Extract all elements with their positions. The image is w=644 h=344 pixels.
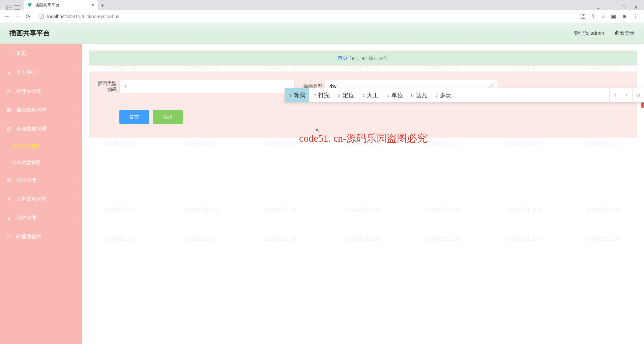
ime-candidate-bar: 1等我 2打完 3定位 4大王 5单位 6达瓦 7多玩 ‹ › ☺ bbox=[285, 88, 644, 103]
extensions-icon[interactable]: ▣ bbox=[611, 13, 616, 20]
sidebar-item-profile[interactable]: ▲个人中心˅ bbox=[0, 63, 82, 82]
browser-urlbar: ← → ⟳ i localhost:8081/#/dictionaryChahu… bbox=[0, 10, 644, 23]
slide-icon: ▭ bbox=[6, 234, 12, 240]
tab-dropdown-icon[interactable]: ⌄ bbox=[596, 5, 601, 10]
chevron-down-icon: ˅ bbox=[74, 216, 76, 220]
vue-favicon-icon bbox=[27, 2, 32, 8]
nav-back-icon[interactable]: ← bbox=[4, 13, 10, 20]
label: 用户管理 bbox=[16, 215, 36, 221]
breadcrumb-sep: (●'◡'●) bbox=[349, 56, 368, 61]
close-window-icon[interactable]: ✕ bbox=[634, 5, 638, 10]
submit-button[interactable]: 提交 bbox=[119, 110, 149, 124]
tab-close-icon[interactable]: × bbox=[91, 2, 94, 8]
label: 个人中心 bbox=[16, 69, 36, 76]
breadcrumb-current: 插画类型 bbox=[369, 55, 389, 61]
globe-icon[interactable] bbox=[6, 5, 11, 10]
share-icon[interactable]: ⇪ bbox=[591, 13, 595, 20]
label: 公告类型管理 bbox=[12, 160, 40, 166]
label: 公告信息管理 bbox=[16, 196, 47, 202]
profile-icon[interactable]: ☻ bbox=[621, 13, 627, 20]
sidebar-item-home[interactable]: ⌂首页 bbox=[0, 44, 82, 63]
sidebar-item-users[interactable]: ▲用户管理˅ bbox=[0, 208, 82, 227]
label: 首页 bbox=[16, 50, 26, 57]
logout-link[interactable]: 退出登录 bbox=[614, 30, 635, 36]
main-content: 首页 (●'◡'●) 插画类型 插画类型编码 插画类型 × bbox=[82, 44, 644, 344]
minimize-icon[interactable]: — bbox=[609, 5, 613, 10]
label: 管理员管理 bbox=[16, 88, 41, 94]
breadcrumb-home[interactable]: 首页 bbox=[338, 55, 348, 61]
user-icon: ▲ bbox=[6, 69, 12, 75]
ime-cand-6[interactable]: 6达瓦 bbox=[407, 88, 431, 102]
form-card: 插画类型编码 插画类型 × 1等我 2打完 3定位 4大 bbox=[89, 71, 637, 138]
site-info-icon[interactable]: i bbox=[39, 14, 44, 19]
chevron-down-icon: ˅ bbox=[74, 197, 76, 201]
user-icon: ▲ bbox=[6, 215, 12, 221]
label-code: 插画类型编码 bbox=[95, 80, 119, 92]
app-header: 插画共享平台 管理员 admin 退出登录 bbox=[0, 23, 644, 44]
ime-cand-5[interactable]: 5单位 bbox=[382, 88, 407, 102]
sidebar-item-illustration[interactable]: ▦插画信息管理˅ bbox=[0, 101, 82, 119]
sidebar-item-admin[interactable]: ▭管理员管理 bbox=[0, 82, 82, 101]
input-code[interactable] bbox=[119, 80, 295, 93]
chevron-up-icon: ˄ bbox=[74, 126, 76, 131]
sidebar-item-notice[interactable]: ≡公告信息管理˅ bbox=[0, 190, 82, 208]
label: 插画信息管理 bbox=[16, 107, 47, 113]
label: 基础数据管理 bbox=[16, 126, 47, 132]
url-field[interactable]: i localhost:8081/#/dictionaryChahua bbox=[35, 14, 576, 19]
admin-icon: ▭ bbox=[6, 88, 12, 94]
ime-emoji-icon[interactable]: ☺ bbox=[632, 88, 644, 103]
ime-prev-icon[interactable]: ‹ bbox=[609, 88, 621, 103]
browser-tabbar: 插画共享平台 × + ⌄ — ☐ ✕ bbox=[0, 0, 644, 10]
db-icon: ▤ bbox=[6, 126, 12, 132]
home-icon: ⌂ bbox=[6, 50, 12, 56]
chevron-down-icon: ˅ bbox=[74, 70, 76, 75]
ime-cand-7[interactable]: 7多玩 bbox=[431, 88, 456, 102]
ime-next-icon[interactable]: › bbox=[621, 88, 632, 103]
ime-cand-2[interactable]: 2打完 bbox=[309, 88, 333, 102]
user-label[interactable]: 管理员 admin bbox=[574, 30, 604, 36]
submenu-illustration-type[interactable]: 插画类型管理 bbox=[0, 138, 82, 154]
browser-tab[interactable]: 插画共享平台 × bbox=[24, 0, 98, 10]
key-icon[interactable]: ⚿ bbox=[580, 13, 586, 20]
cancel-button[interactable]: 取消 bbox=[153, 110, 183, 124]
app-title: 插画共享平台 bbox=[9, 29, 50, 38]
sidebar-item-carousel[interactable]: ▭轮播图信息˅ bbox=[0, 227, 82, 246]
bookmark-icon[interactable]: ☆ bbox=[601, 13, 606, 20]
sidebar-item-forum[interactable]: ▥论坛管理˅ bbox=[0, 171, 82, 190]
submenu-notice-type[interactable]: 公告类型管理 bbox=[0, 154, 82, 171]
label: 论坛管理 bbox=[16, 177, 36, 183]
url-text: localhost:8081/#/dictionaryChahua bbox=[47, 14, 120, 19]
ime-cand-3[interactable]: 3定位 bbox=[334, 88, 358, 102]
cursor-icon: ↖ bbox=[316, 127, 320, 134]
chevron-down-icon: ˅ bbox=[74, 234, 76, 239]
ime-cand-4[interactable]: 4大王 bbox=[358, 88, 382, 102]
chevron-down-icon: ˅ bbox=[74, 178, 76, 182]
sidebar-item-basedata[interactable]: ▤基础数据管理˄ bbox=[0, 119, 82, 138]
new-tab-button[interactable]: + bbox=[98, 1, 107, 10]
label: 轮播图信息 bbox=[16, 234, 41, 240]
refresh-icon[interactable]: ⟳ bbox=[26, 13, 31, 20]
image-icon: ▦ bbox=[6, 107, 12, 113]
chart-icon: ▥ bbox=[6, 177, 12, 183]
menu-icon[interactable]: ⋮ bbox=[633, 13, 638, 20]
tabstack-icon[interactable] bbox=[14, 5, 20, 10]
maximize-icon[interactable]: ☐ bbox=[621, 5, 626, 10]
nav-forward-icon[interactable]: → bbox=[15, 13, 21, 20]
tab-title: 插画共享平台 bbox=[35, 2, 89, 8]
ime-cand-1[interactable]: 1等我 bbox=[285, 88, 309, 102]
chevron-down-icon: ˅ bbox=[74, 108, 76, 112]
breadcrumb: 首页 (●'◡'●) 插画类型 bbox=[89, 51, 637, 65]
sidebar: ⌂首页 ▲个人中心˅ ▭管理员管理 ▦插画信息管理˅ ▤基础数据管理˄ 插画类型… bbox=[0, 44, 82, 344]
label: 插画类型管理 bbox=[12, 143, 40, 149]
list-icon: ≡ bbox=[6, 196, 12, 202]
